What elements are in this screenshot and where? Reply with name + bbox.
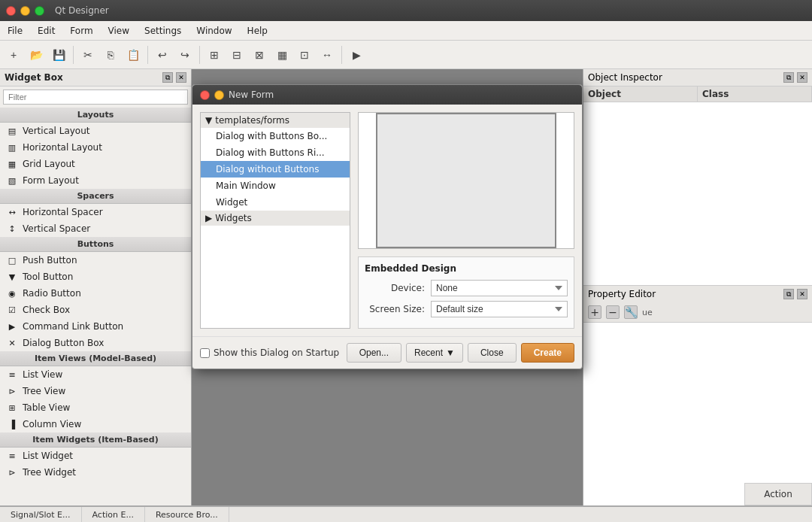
redo-btn[interactable]: ↪ [174, 44, 195, 65]
maximize-btn[interactable] [35, 6, 44, 16]
new-btn[interactable]: + [3, 44, 24, 65]
widget-dialog-button-box[interactable]: ✕ Dialog Button Box [0, 335, 191, 351]
layout-break-btn[interactable]: ⊡ [294, 44, 315, 65]
action-btn-area: Action [744, 483, 812, 505]
property-editor-title: Property Editor [588, 289, 656, 299]
wb-close-btn[interactable]: ✕ [176, 72, 186, 83]
screen-size-select[interactable]: Default size [431, 301, 568, 317]
widget-push-button[interactable]: □ Push Button [0, 252, 191, 269]
tree-category-widgets[interactable]: ▶ Widgets [201, 211, 350, 226]
pe-remove-btn[interactable]: − [606, 305, 620, 319]
pe-float-btn[interactable]: ⧉ [783, 289, 794, 299]
dialog-close-btn[interactable] [200, 90, 210, 100]
vertical-layout-icon: ▤ [6, 125, 18, 137]
pe-config-btn[interactable]: 🔧 [624, 305, 638, 319]
save-btn[interactable]: 💾 [48, 44, 69, 65]
menu-form[interactable]: Form [62, 23, 100, 39]
preview-area: Embedded Design Device: None Screen Size… [358, 112, 574, 329]
tab-resource-browser[interactable]: Resource Bro... [145, 507, 229, 522]
widget-label: Horizontal Layout [23, 142, 102, 153]
menu-window[interactable]: Window [189, 23, 239, 39]
tree-category-templates[interactable]: ▼ templates/forms [201, 113, 350, 128]
tree-item-dialog-buttons-right[interactable]: Dialog with Buttons Ri... [201, 144, 350, 161]
tab-action-editor[interactable]: Action E... [82, 507, 145, 522]
open-btn[interactable]: 📂 [26, 44, 47, 65]
menu-settings[interactable]: Settings [137, 23, 189, 39]
pe-close-btn[interactable]: ✕ [797, 289, 807, 299]
widget-h-spacer[interactable]: ↔ Horizontal Spacer [0, 204, 191, 220]
sep1 [73, 46, 74, 64]
wb-float-btn[interactable]: ⧉ [162, 72, 173, 83]
tool-button-icon: ▼ [6, 271, 18, 283]
tree-item-widget[interactable]: Widget [201, 194, 350, 211]
widget-label: Table View [23, 402, 70, 413]
tree-widget-icon: ⊳ [6, 466, 18, 478]
embedded-design-title: Embedded Design [365, 263, 568, 274]
pe-add-btn[interactable]: + [588, 305, 601, 319]
close-btn[interactable] [6, 6, 16, 16]
widget-table-view[interactable]: ⊞ Table View [0, 399, 191, 416]
widget-list-view[interactable]: ≡ List View [0, 366, 191, 383]
widget-radio-button[interactable]: ◉ Radio Button [0, 285, 191, 302]
widget-list-widget[interactable]: ≡ List Widget [0, 448, 191, 464]
tree-item-dialog-buttons-bottom[interactable]: Dialog with Buttons Bo... [201, 128, 350, 144]
device-label: Device: [365, 283, 425, 293]
center-area: New Form ▼ templates/forms Dialog with B… [192, 69, 583, 505]
footer-buttons: Open... Recent ▼ Close Create [347, 343, 574, 363]
widget-v-spacer[interactable]: ↕ Vertical Spacer [0, 220, 191, 237]
menu-view[interactable]: View [101, 23, 137, 39]
layout-h-btn[interactable]: ⊞ [204, 44, 225, 65]
menu-help[interactable]: Help [240, 23, 275, 39]
close-button[interactable]: Close [468, 343, 517, 363]
grid-layout-icon: ▦ [6, 158, 18, 170]
recent-button[interactable]: Recent ▼ [406, 343, 463, 363]
widget-filter[interactable] [3, 90, 188, 105]
menu-bar: File Edit Form View Settings Window Help [0, 21, 812, 41]
dialog-min-btn[interactable] [214, 90, 224, 100]
widget-label: Tree Widget [23, 467, 76, 478]
preview-box [358, 112, 574, 249]
pe-value-label: ue [642, 308, 653, 317]
list-view-icon: ≡ [6, 369, 18, 381]
widget-command-link[interactable]: ▶ Command Link Button [0, 318, 191, 335]
tree-item-dialog-no-buttons[interactable]: Dialog without Buttons [201, 161, 350, 178]
minimize-btn[interactable] [20, 6, 30, 16]
widget-tool-button[interactable]: ▼ Tool Button [0, 269, 191, 285]
widget-form-layout[interactable]: ▧ Form Layout [0, 172, 191, 189]
layout-form-btn[interactable]: ▦ [271, 44, 292, 65]
layout-spacer-btn[interactable]: ↔ [317, 44, 338, 65]
cut-btn[interactable]: ✂ [77, 44, 98, 65]
tab-signal-slot[interactable]: Signal/Slot E... [0, 507, 82, 522]
menu-file[interactable]: File [0, 23, 30, 39]
widget-label: Push Button [23, 255, 77, 266]
command-link-icon: ▶ [6, 320, 18, 332]
widget-tree-widget[interactable]: ⊳ Tree Widget [0, 464, 191, 481]
sep2 [147, 46, 148, 64]
show-startup: Show this Dialog on Startup [200, 347, 339, 358]
layout-grid-btn[interactable]: ⊠ [249, 44, 270, 65]
show-startup-checkbox[interactable] [200, 348, 210, 358]
widget-horizontal-layout[interactable]: ▥ Horizontal Layout [0, 139, 191, 156]
create-button[interactable]: Create [521, 343, 574, 363]
widget-column-view[interactable]: ▐ Column View [0, 416, 191, 432]
oi-close-btn[interactable]: ✕ [797, 72, 807, 83]
layout-v-btn[interactable]: ⊟ [226, 44, 247, 65]
widget-vertical-layout[interactable]: ▤ Vertical Layout [0, 123, 191, 139]
device-select[interactable]: None [431, 280, 568, 296]
oi-float-btn[interactable]: ⧉ [783, 72, 794, 83]
preview-btn[interactable]: ▶ [346, 44, 367, 65]
widget-label: List Widget [23, 451, 73, 461]
menu-edit[interactable]: Edit [30, 23, 62, 39]
open-button[interactable]: Open... [347, 343, 401, 363]
undo-btn[interactable]: ↩ [152, 44, 173, 65]
tree-item-main-window[interactable]: Main Window [201, 178, 350, 194]
template-tree: ▼ templates/forms Dialog with Buttons Bo… [200, 112, 350, 329]
copy-btn[interactable]: ⎘ [100, 44, 121, 65]
oi-columns: Object Class [583, 86, 812, 102]
widget-grid-layout[interactable]: ▦ Grid Layout [0, 156, 191, 172]
oi-content [583, 102, 812, 285]
paste-btn[interactable]: 📋 [123, 44, 144, 65]
check-box-icon: ☑ [6, 304, 18, 316]
widget-check-box[interactable]: ☑ Check Box [0, 302, 191, 318]
widget-tree-view[interactable]: ⊳ Tree View [0, 383, 191, 399]
